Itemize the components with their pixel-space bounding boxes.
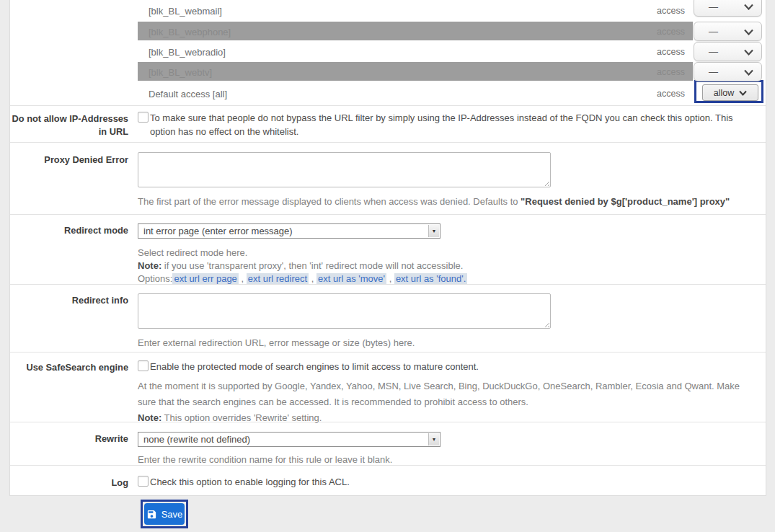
option-link[interactable]: ext url err page [172, 273, 238, 284]
dropdown-value: — [709, 46, 718, 57]
access-dropdown[interactable]: — [694, 62, 762, 81]
redirect-mode-select[interactable]: int error page (enter error message) ▾ [138, 223, 440, 239]
option-link[interactable]: ext url as 'found'. [394, 273, 467, 284]
checkbox-description: Enable the protected mode of search engi… [150, 360, 479, 373]
select-value: none (rewrite not defined) [143, 434, 250, 445]
proxy-denied-error-textarea[interactable] [138, 152, 551, 187]
default-access-select[interactable]: allow [702, 84, 758, 101]
select-arrow-icon: ▾ [428, 225, 439, 237]
access-label: access [657, 6, 685, 16]
field-label: Redirect mode [10, 224, 128, 237]
highlight-annotation: Save [141, 500, 188, 528]
access-label: access [657, 47, 685, 57]
field-label: Rewrite [10, 433, 128, 445]
checkbox-description: To make sure that people do not bypass t… [150, 111, 740, 138]
select-arrow-icon: ▾ [428, 433, 439, 445]
save-icon [146, 509, 157, 520]
field-description: At the moment it is supported by Google,… [138, 378, 751, 426]
section-safesearch: Use SafeSearch engine Enable the protect… [10, 352, 766, 422]
category-label: [blk_BL_webradio] [149, 46, 226, 57]
dropdown-value: allow [714, 88, 735, 98]
rewrite-select[interactable]: none (rewrite not defined) ▾ [138, 432, 440, 447]
log-checkbox[interactable] [138, 476, 149, 487]
field-label: Redirect info [10, 294, 128, 307]
access-dropdown[interactable]: — [694, 0, 762, 17]
access-label: access [657, 89, 685, 99]
chevron-down-icon [739, 88, 747, 98]
access-dropdown[interactable]: — [694, 22, 762, 41]
field-label: Use SafeSearch engine [10, 361, 128, 374]
redirect-info-textarea[interactable] [138, 293, 551, 329]
dropdown-value: — [709, 1, 718, 12]
dropdown-value: — [709, 66, 718, 77]
category-label: [blk_BL_webphone] [149, 26, 231, 37]
field-description: Select redirect mode here. [138, 247, 751, 260]
chevron-down-icon [744, 25, 753, 38]
option-link[interactable]: ext url redirect [247, 273, 309, 284]
access-label: access [657, 67, 685, 77]
section-proxy-denied-error: Proxy Denied Error The first part of the… [10, 142, 766, 214]
chevron-down-icon [744, 0, 753, 13]
table-row: [blk_BL_webradio] access — [10, 41, 766, 62]
field-description: Enter external redirection URL, error me… [138, 337, 751, 350]
table-row: Default access [all] access allow [10, 81, 766, 105]
table-row: [blk_BL_webmail] access — [10, 0, 766, 21]
save-button-label: Save [161, 509, 183, 520]
section-redirect-mode: Redirect mode int error page (enter erro… [10, 214, 766, 284]
footer-bar: Save [0, 496, 775, 532]
field-description: The first part of the error message disp… [138, 195, 751, 208]
section-log: Log Check this option to enable logging … [10, 465, 766, 496]
field-note: Note: if you use 'transparent proxy', th… [138, 260, 751, 272]
access-dropdown[interactable]: — [694, 42, 762, 61]
access-label: access [657, 27, 685, 37]
dropdown-value: — [709, 26, 718, 37]
section-ip-addresses: Do not allow IP-Addresses in URL To make… [10, 105, 766, 142]
checkbox-description: Check this option to enable logging for … [150, 475, 350, 489]
section-rewrite: Rewrite none (rewrite not defined) ▾ Ent… [10, 422, 766, 465]
field-label: Proxy Denied Error [10, 154, 128, 167]
category-label: Default access [all] [149, 88, 227, 99]
category-label: [blk_BL_webmail] [149, 5, 222, 16]
acl-access-table: [blk_BL_webmail] access — [blk_BL_webpho… [10, 0, 766, 105]
save-button[interactable]: Save [144, 503, 185, 525]
chevron-down-icon [744, 66, 753, 79]
settings-panel: [blk_BL_webmail] access — [blk_BL_webpho… [9, 0, 766, 496]
table-row: [blk_BL_webtv] access — [10, 61, 766, 82]
dimmed-row-stripe [138, 62, 693, 81]
field-label: Do not allow IP-Addresses in URL [10, 112, 128, 138]
category-label: [blk_BL_webtv] [149, 66, 212, 77]
ip-addresses-checkbox[interactable] [138, 112, 149, 123]
chevron-down-icon [744, 45, 753, 58]
table-row: [blk_BL_webphone] access — [10, 21, 766, 42]
safesearch-checkbox[interactable] [138, 360, 149, 371]
section-redirect-info: Redirect info Enter external redirection… [10, 284, 766, 352]
select-value: int error page (enter error message) [143, 226, 293, 236]
field-label: Log [10, 476, 128, 489]
option-link[interactable]: ext url as 'move' [316, 273, 386, 284]
